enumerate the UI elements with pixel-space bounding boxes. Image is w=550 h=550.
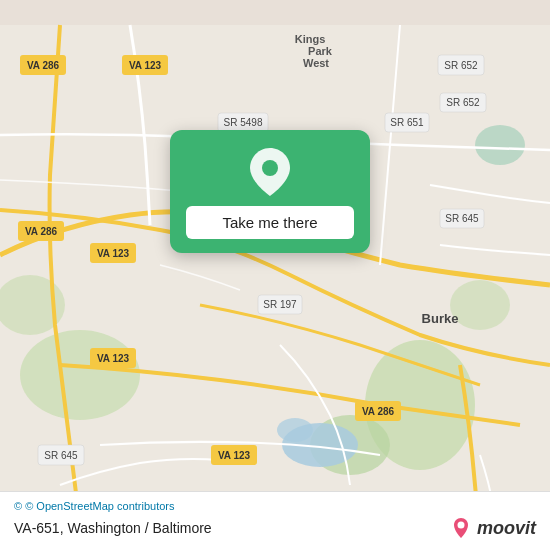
moovit-text: moovit bbox=[477, 518, 536, 539]
svg-text:West: West bbox=[303, 57, 329, 69]
svg-text:VA 123: VA 123 bbox=[129, 60, 162, 71]
bottom-row: VA-651, Washington / Baltimore moovit bbox=[14, 516, 536, 540]
svg-text:VA 123: VA 123 bbox=[97, 353, 130, 364]
map-container: VA 286 VA 123 Kings Park West SR 652 SR … bbox=[0, 0, 550, 550]
svg-text:SR 652: SR 652 bbox=[446, 97, 480, 108]
svg-text:SR 652: SR 652 bbox=[444, 60, 478, 71]
svg-text:VA 286: VA 286 bbox=[25, 226, 58, 237]
svg-text:Park: Park bbox=[308, 45, 333, 57]
osm-attribution: © © OpenStreetMap contributors bbox=[14, 500, 536, 512]
popup-card: Take me there bbox=[170, 130, 370, 253]
svg-text:SR 651: SR 651 bbox=[390, 117, 424, 128]
map-background: VA 286 VA 123 Kings Park West SR 652 SR … bbox=[0, 0, 550, 550]
location-pin-icon bbox=[246, 148, 294, 196]
osm-link[interactable]: © OpenStreetMap contributors bbox=[25, 500, 174, 512]
svg-text:SR 197: SR 197 bbox=[263, 299, 297, 310]
svg-text:Kings: Kings bbox=[295, 33, 326, 45]
svg-text:VA 123: VA 123 bbox=[97, 248, 130, 259]
svg-text:SR 645: SR 645 bbox=[44, 450, 78, 461]
svg-text:Burke: Burke bbox=[422, 311, 459, 326]
svg-point-6 bbox=[475, 125, 525, 165]
moovit-icon bbox=[449, 516, 473, 540]
svg-text:SR 645: SR 645 bbox=[445, 213, 479, 224]
svg-point-8 bbox=[277, 418, 313, 442]
svg-point-1 bbox=[20, 330, 140, 420]
svg-text:VA 286: VA 286 bbox=[27, 60, 60, 71]
svg-text:VA 123: VA 123 bbox=[218, 450, 251, 461]
moovit-logo[interactable]: moovit bbox=[449, 516, 536, 540]
svg-point-43 bbox=[262, 160, 278, 176]
svg-point-3 bbox=[450, 280, 510, 330]
map-title: VA-651, Washington / Baltimore bbox=[14, 520, 212, 536]
svg-text:SR 5498: SR 5498 bbox=[224, 117, 263, 128]
svg-point-44 bbox=[457, 522, 464, 529]
copyright-symbol: © bbox=[14, 500, 22, 512]
take-me-there-button[interactable]: Take me there bbox=[186, 206, 354, 239]
svg-text:VA 286: VA 286 bbox=[362, 406, 395, 417]
bottom-bar: © © OpenStreetMap contributors VA-651, W… bbox=[0, 491, 550, 550]
